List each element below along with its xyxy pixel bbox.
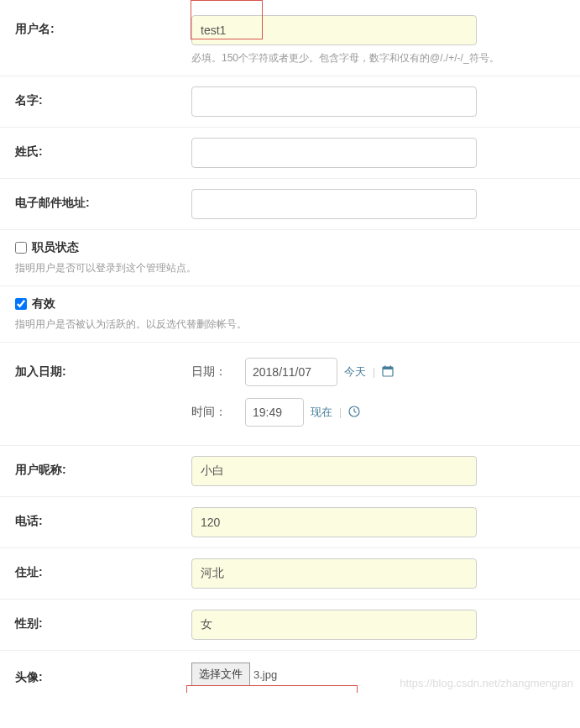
input-phone[interactable] — [191, 507, 477, 537]
label-avatar: 头像: — [15, 663, 191, 685]
input-gender[interactable] — [191, 610, 477, 640]
file-select-button[interactable]: 选择文件 — [191, 663, 250, 686]
separator: | — [339, 406, 342, 418]
label-last-name: 姓氏: — [15, 138, 191, 160]
row-staff-status: 职员状态 指明用户是否可以登录到这个管理站点。 — [0, 230, 580, 286]
clock-icon[interactable] — [348, 406, 360, 420]
input-address[interactable] — [191, 558, 477, 589]
input-email[interactable] — [191, 189, 477, 219]
label-first-name: 名字: — [15, 86, 191, 108]
svg-rect-2 — [384, 365, 386, 368]
checkbox-staff-status[interactable] — [15, 242, 27, 254]
input-first-name[interactable] — [191, 86, 477, 117]
separator: | — [373, 366, 375, 378]
svg-rect-1 — [383, 367, 393, 369]
row-email: 电子邮件地址: — [0, 179, 580, 230]
link-today[interactable]: 今天 — [344, 364, 366, 380]
label-username: 用户名: — [15, 15, 191, 37]
file-name-text: 3.jpg — [253, 668, 277, 681]
help-staff-status: 指明用户是否可以登录到这个管理站点。 — [15, 260, 565, 275]
label-nickname: 用户昵称: — [15, 456, 191, 478]
input-username[interactable] — [191, 15, 477, 45]
row-phone: 电话: — [0, 497, 580, 548]
row-nickname: 用户昵称: — [0, 446, 580, 497]
sublabel-time: 时间： — [191, 405, 238, 420]
row-gender: 性别: — [0, 600, 580, 651]
checkbox-active-label[interactable]: 有效 — [15, 296, 565, 312]
row-address: 住址: — [0, 548, 580, 600]
label-gender: 性别: — [15, 610, 191, 631]
row-first-name: 名字: — [0, 76, 580, 128]
label-staff-status: 职员状态 — [32, 240, 79, 255]
sublabel-date: 日期： — [191, 364, 238, 380]
row-active: 有效 指明用户是否被认为活跃的。以反选代替删除帐号。 — [0, 286, 580, 343]
help-username: 必填。150个字符或者更少。包含字母，数字和仅有的@/./+/-/_符号。 — [191, 50, 565, 65]
label-active: 有效 — [32, 296, 55, 312]
row-last-name: 姓氏: — [0, 128, 580, 179]
row-date-joined: 加入日期: 日期： 今天 | 时间： 现在 | — [0, 343, 580, 446]
calendar-icon[interactable] — [382, 365, 394, 380]
label-email: 电子邮件地址: — [15, 189, 191, 211]
link-now[interactable]: 现在 — [311, 405, 332, 420]
checkbox-active[interactable] — [15, 298, 27, 310]
svg-rect-3 — [390, 365, 392, 368]
checkbox-staff-status-label[interactable]: 职员状态 — [15, 240, 565, 255]
label-phone: 电话: — [15, 507, 191, 529]
label-address: 住址: — [15, 558, 191, 580]
input-nickname[interactable] — [191, 456, 477, 486]
row-avatar: 头像: 选择文件 3.jpg — [0, 651, 580, 693]
input-time[interactable] — [245, 398, 304, 427]
input-date[interactable] — [245, 358, 337, 386]
input-last-name[interactable] — [191, 138, 477, 168]
help-active: 指明用户是否被认为活跃的。以反选代替删除帐号。 — [15, 317, 565, 332]
row-username: 用户名: 必填。150个字符或者更少。包含字母，数字和仅有的@/./+/-/_符… — [0, 5, 580, 76]
label-date-joined: 加入日期: — [15, 358, 191, 380]
